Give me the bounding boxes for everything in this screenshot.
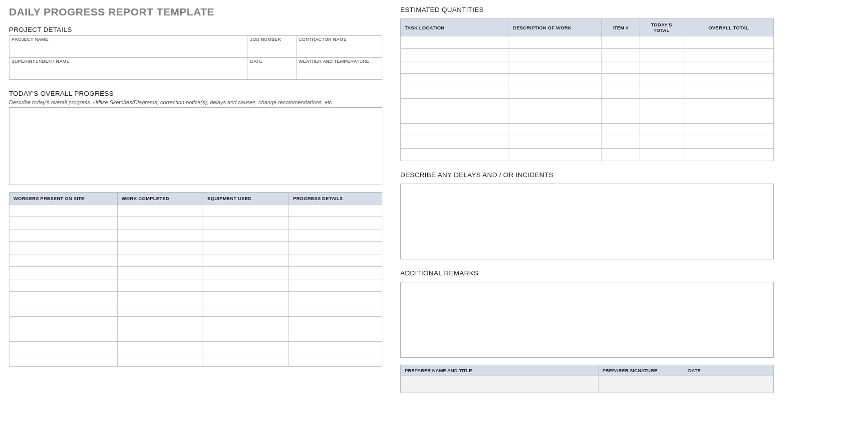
quantities-table-cell[interactable]: [602, 136, 639, 149]
work-table-cell[interactable]: [289, 317, 382, 329]
work-table-cell[interactable]: [9, 304, 118, 317]
weather-field[interactable]: [296, 65, 382, 80]
work-table-cell[interactable]: [9, 292, 118, 304]
work-table-cell[interactable]: [117, 304, 203, 317]
work-table-cell[interactable]: [203, 292, 289, 304]
quantities-table-cell[interactable]: [509, 111, 602, 124]
work-table-cell[interactable]: [203, 317, 289, 329]
quantities-table-cell[interactable]: [509, 136, 602, 149]
work-table-cell[interactable]: [117, 267, 203, 279]
work-table-cell[interactable]: [289, 217, 382, 229]
quantities-table-cell[interactable]: [639, 111, 684, 124]
work-table-cell[interactable]: [203, 354, 289, 367]
work-table-cell[interactable]: [289, 304, 382, 317]
quantities-table-cell[interactable]: [401, 61, 509, 74]
quantities-table-cell[interactable]: [639, 124, 684, 136]
work-table-cell[interactable]: [117, 229, 203, 242]
work-table-cell[interactable]: [203, 279, 289, 292]
date-field[interactable]: [248, 65, 296, 80]
quantities-table-cell[interactable]: [684, 86, 773, 99]
work-table-cell[interactable]: [289, 354, 382, 367]
quantities-table-cell[interactable]: [509, 61, 602, 74]
quantities-table-cell[interactable]: [684, 36, 773, 49]
quantities-table-cell[interactable]: [684, 149, 773, 161]
superintendent-name-field[interactable]: [9, 65, 248, 80]
quantities-table-cell[interactable]: [401, 36, 509, 49]
work-table-cell[interactable]: [289, 254, 382, 267]
work-table-cell[interactable]: [9, 317, 118, 329]
quantities-table-cell[interactable]: [401, 136, 509, 149]
work-table-cell[interactable]: [203, 267, 289, 279]
quantities-table-cell[interactable]: [602, 61, 639, 74]
quantities-table-cell[interactable]: [639, 61, 684, 74]
preparer-cell[interactable]: [684, 376, 773, 393]
quantities-table-cell[interactable]: [639, 136, 684, 149]
work-table-cell[interactable]: [203, 217, 289, 229]
work-table-cell[interactable]: [9, 329, 118, 342]
quantities-table-cell[interactable]: [401, 49, 509, 61]
work-table-cell[interactable]: [203, 342, 289, 354]
project-name-field[interactable]: [9, 43, 248, 58]
quantities-table-cell[interactable]: [684, 111, 773, 124]
quantities-table-cell[interactable]: [639, 99, 684, 111]
work-table-cell[interactable]: [9, 342, 118, 354]
work-table-cell[interactable]: [9, 279, 118, 292]
work-table-cell[interactable]: [9, 354, 118, 367]
work-table-cell[interactable]: [117, 329, 203, 342]
quantities-table-cell[interactable]: [639, 49, 684, 61]
quantities-table-cell[interactable]: [509, 49, 602, 61]
quantities-table-cell[interactable]: [509, 36, 602, 49]
work-table-cell[interactable]: [203, 242, 289, 254]
work-table-cell[interactable]: [289, 205, 382, 217]
quantities-table-cell[interactable]: [401, 86, 509, 99]
work-table-cell[interactable]: [203, 205, 289, 217]
work-table-cell[interactable]: [203, 254, 289, 267]
work-table-cell[interactable]: [203, 229, 289, 242]
work-table-cell[interactable]: [289, 342, 382, 354]
quantities-table-cell[interactable]: [602, 74, 639, 86]
quantities-table-cell[interactable]: [684, 124, 773, 136]
quantities-table-cell[interactable]: [602, 36, 639, 49]
work-table-cell[interactable]: [289, 229, 382, 242]
work-table-cell[interactable]: [289, 329, 382, 342]
preparer-cell[interactable]: [401, 376, 598, 393]
quantities-table-cell[interactable]: [639, 36, 684, 49]
quantities-table-cell[interactable]: [639, 74, 684, 86]
preparer-cell[interactable]: [598, 376, 684, 393]
quantities-table-cell[interactable]: [602, 124, 639, 136]
contractor-name-field[interactable]: [296, 43, 382, 58]
work-table-cell[interactable]: [117, 279, 203, 292]
quantities-table-cell[interactable]: [401, 124, 509, 136]
work-table-cell[interactable]: [117, 317, 203, 329]
quantities-table-cell[interactable]: [401, 149, 509, 161]
work-table-cell[interactable]: [9, 205, 118, 217]
quantities-table-cell[interactable]: [602, 86, 639, 99]
work-table-cell[interactable]: [117, 342, 203, 354]
quantities-table-cell[interactable]: [602, 49, 639, 61]
remarks-textbox[interactable]: [400, 282, 774, 358]
quantities-table-cell[interactable]: [401, 99, 509, 111]
work-table-cell[interactable]: [9, 229, 118, 242]
work-table-cell[interactable]: [9, 254, 118, 267]
work-table-cell[interactable]: [289, 292, 382, 304]
quantities-table-cell[interactable]: [509, 74, 602, 86]
quantities-table-cell[interactable]: [509, 99, 602, 111]
work-table-cell[interactable]: [9, 267, 118, 279]
quantities-table-cell[interactable]: [684, 61, 773, 74]
work-table-cell[interactable]: [117, 292, 203, 304]
work-table-cell[interactable]: [289, 267, 382, 279]
quantities-table-cell[interactable]: [401, 74, 509, 86]
progress-textbox[interactable]: [9, 107, 382, 185]
work-table-cell[interactable]: [203, 304, 289, 317]
quantities-table-cell[interactable]: [401, 111, 509, 124]
quantities-table-cell[interactable]: [509, 86, 602, 99]
quantities-table-cell[interactable]: [684, 49, 773, 61]
quantities-table-cell[interactable]: [684, 136, 773, 149]
quantities-table-cell[interactable]: [602, 111, 639, 124]
quantities-table-cell[interactable]: [509, 149, 602, 161]
quantities-table-cell[interactable]: [509, 124, 602, 136]
work-table-cell[interactable]: [289, 279, 382, 292]
work-table-cell[interactable]: [117, 254, 203, 267]
work-table-cell[interactable]: [9, 242, 118, 254]
work-table-cell[interactable]: [203, 329, 289, 342]
